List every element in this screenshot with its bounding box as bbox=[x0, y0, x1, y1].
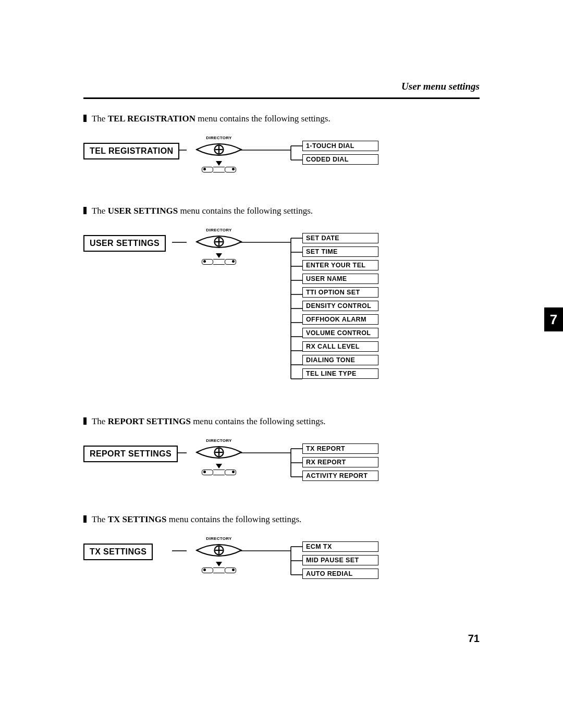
bullet-icon bbox=[83, 417, 87, 425]
menu-option: RX CALL LEVEL bbox=[302, 341, 378, 352]
nav-button-row bbox=[185, 470, 253, 475]
section-intro: The USER SETTINGS menu contains the foll… bbox=[83, 206, 480, 216]
menu-option: ACTIVITY REPORT bbox=[302, 471, 378, 481]
menu-option: SET DATE bbox=[302, 233, 378, 243]
menu-title-box: USER SETTINGS bbox=[83, 235, 166, 252]
down-arrow-icon bbox=[216, 464, 222, 468]
section-intro: The TEL REGISTRATION menu contains the f… bbox=[83, 114, 480, 124]
menu-title-box: TX SETTINGS bbox=[83, 544, 153, 560]
menu-option: ENTER YOUR TEL bbox=[302, 260, 378, 270]
nav-mid-icon bbox=[213, 567, 225, 573]
intro-text-bold: USER SETTINGS bbox=[108, 206, 178, 216]
nav-control: DIRECTORY bbox=[185, 438, 253, 475]
menu-title-box: TEL REGISTRATION bbox=[83, 143, 179, 159]
menu-options-list: TX REPORTRX REPORTACTIVITY REPORT bbox=[302, 443, 378, 484]
intro-text-bold: REPORT SETTINGS bbox=[108, 416, 191, 426]
nav-control: DIRECTORY bbox=[185, 536, 253, 573]
page-number: 71 bbox=[468, 633, 480, 645]
directory-lens-icon bbox=[195, 232, 242, 251]
down-arrow-icon bbox=[216, 253, 222, 258]
intro-text-after: menu contains the following settings. bbox=[167, 514, 302, 524]
directory-lens-icon bbox=[195, 443, 242, 462]
menu-option: TX REPORT bbox=[302, 443, 378, 454]
menu-option: TTI OPTION SET bbox=[302, 287, 378, 298]
section-intro: The TX SETTINGS menu contains the follow… bbox=[83, 514, 480, 525]
menu-diagram: USER SETTINGS DIRECTORY SET DATESET TIME… bbox=[83, 228, 480, 390]
menu-option: OFFHOOK ALARM bbox=[302, 314, 378, 325]
nav-right-icon bbox=[225, 567, 236, 573]
menu-option: CODED DIAL bbox=[302, 154, 378, 165]
nav-button-row bbox=[185, 259, 253, 265]
intro-text-before: The bbox=[92, 206, 108, 216]
bullet-icon bbox=[83, 207, 87, 214]
section-intro: The REPORT SETTINGS menu contains the fo… bbox=[83, 416, 480, 427]
page-title: User menu settings bbox=[83, 81, 480, 92]
menu-option: AUTO REDIAL bbox=[302, 569, 378, 579]
nav-control: DIRECTORY bbox=[185, 135, 253, 172]
chapter-tab: 7 bbox=[544, 307, 563, 331]
nav-control: DIRECTORY bbox=[185, 228, 253, 265]
nav-mid-icon bbox=[213, 259, 225, 265]
menu-options-list: SET DATESET TIMEENTER YOUR TELUSER NAMET… bbox=[302, 233, 378, 382]
down-arrow-icon bbox=[216, 161, 222, 166]
menu-option: TEL LINE TYPE bbox=[302, 368, 378, 379]
title-rule bbox=[83, 97, 480, 99]
content-area: User menu settings The TEL REGISTRATION … bbox=[83, 81, 480, 612]
menu-options-list: ECM TXMID PAUSE SETAUTO REDIAL bbox=[302, 541, 378, 582]
nav-right-icon bbox=[225, 167, 236, 172]
nav-left-icon bbox=[202, 470, 213, 475]
directory-lens-icon bbox=[195, 541, 242, 560]
intro-text-before: The bbox=[92, 416, 108, 426]
menu-option: DENSITY CONTROL bbox=[302, 301, 378, 311]
nav-label: DIRECTORY bbox=[185, 228, 253, 232]
nav-left-icon bbox=[202, 567, 213, 573]
menu-option: 1-TOUCH DIAL bbox=[302, 141, 378, 151]
menu-option: MID PAUSE SET bbox=[302, 555, 378, 565]
intro-text-after: menu contains the following settings. bbox=[195, 114, 331, 124]
nav-button-row bbox=[185, 567, 253, 573]
bullet-icon bbox=[83, 515, 87, 523]
intro-text-bold: TX SETTINGS bbox=[108, 514, 167, 524]
menu-option: VOLUME CONTROL bbox=[302, 328, 378, 338]
nav-label: DIRECTORY bbox=[185, 536, 253, 541]
menu-option: USER NAME bbox=[302, 274, 378, 284]
menu-option: DIALING TONE bbox=[302, 355, 378, 365]
menu-option: ECM TX bbox=[302, 541, 378, 552]
nav-left-icon bbox=[202, 167, 213, 172]
nav-right-icon bbox=[225, 259, 236, 265]
bullet-icon bbox=[83, 115, 87, 122]
nav-right-icon bbox=[225, 470, 236, 475]
nav-button-row bbox=[185, 167, 253, 172]
nav-label: DIRECTORY bbox=[185, 135, 253, 140]
nav-mid-icon bbox=[213, 167, 225, 172]
intro-text-after: menu contains the following settings. bbox=[178, 206, 313, 216]
menu-options-list: 1-TOUCH DIALCODED DIAL bbox=[302, 141, 378, 168]
intro-text-bold: TEL REGISTRATION bbox=[108, 114, 195, 124]
intro-text-after: menu contains the following settings. bbox=[191, 416, 326, 426]
intro-text-before: The bbox=[92, 514, 108, 524]
nav-left-icon bbox=[202, 259, 213, 265]
down-arrow-icon bbox=[216, 562, 222, 566]
page: 7 User menu settings The TEL REGISTRATIO… bbox=[0, 0, 563, 728]
menu-option: SET TIME bbox=[302, 246, 378, 257]
menu-diagram: REPORT SETTINGS DIRECTORY TX REPORTRX RE… bbox=[83, 438, 480, 488]
menu-option: RX REPORT bbox=[302, 457, 378, 467]
directory-lens-icon bbox=[195, 140, 242, 159]
menu-diagram: TEL REGISTRATION DIRECTORY 1-TOUCH DIALC… bbox=[83, 135, 480, 180]
menu-diagram: TX SETTINGS DIRECTORY ECM TXMID PAUSE SE… bbox=[83, 536, 480, 586]
intro-text-before: The bbox=[92, 114, 108, 124]
nav-label: DIRECTORY bbox=[185, 438, 253, 443]
menu-title-box: REPORT SETTINGS bbox=[83, 446, 178, 462]
nav-mid-icon bbox=[213, 470, 225, 475]
